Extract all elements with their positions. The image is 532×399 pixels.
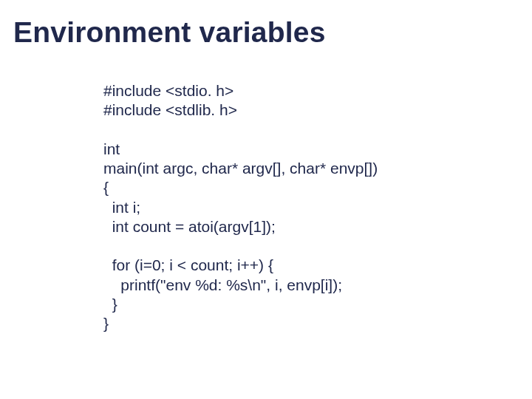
code-block: #include <stdio. h> #include <stdlib. h>… [103, 81, 488, 333]
slide: Environment variables #include <stdio. h… [0, 0, 532, 399]
slide-title: Environment variables [13, 16, 326, 49]
